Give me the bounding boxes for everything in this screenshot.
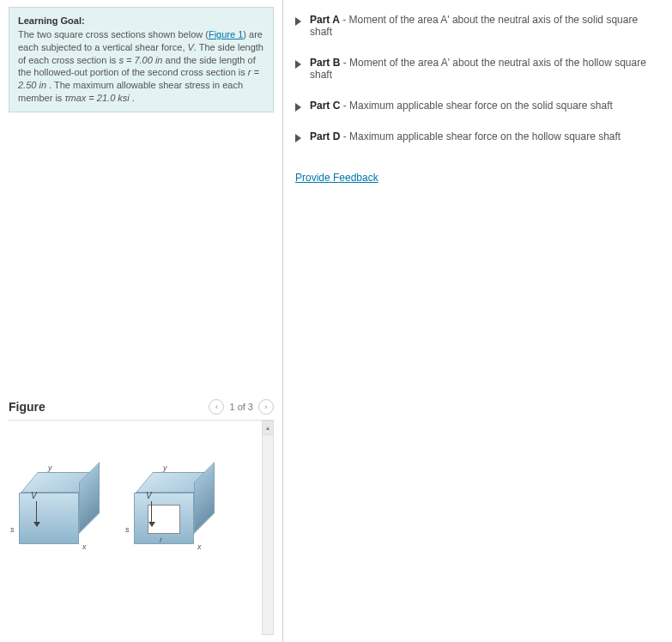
part-d-row[interactable]: Part D - Maximum applicable shear force …: [295, 125, 660, 156]
dim-s-label-2: s: [125, 525, 130, 534]
figure-pager: ‹ 1 of 3 ›: [209, 399, 274, 415]
expand-icon: [295, 17, 301, 26]
goal-var-tau: τmax = 21.0 ksi: [64, 93, 129, 103]
part-b-row[interactable]: Part B - Moment of the area A' about the…: [295, 51, 660, 94]
part-a-label: Part A: [310, 14, 340, 26]
axis-y-label: y: [48, 463, 52, 472]
part-d-desc: - Maximum applicable shear force on the …: [340, 130, 621, 142]
scroll-up-icon[interactable]: ▴: [263, 421, 273, 435]
force-arrow-head-2: [148, 522, 155, 527]
force-arrow-head: [33, 522, 40, 527]
part-c-label: Part C: [310, 100, 340, 112]
figure-body: y x s V y x: [9, 421, 274, 635]
expand-icon: [295, 103, 301, 112]
figure-header: Figure ‹ 1 of 3 ›: [9, 394, 274, 421]
part-d-label: Part D: [310, 130, 340, 142]
axis-x-label-2: x: [197, 542, 202, 551]
part-b-desc: - Moment of the area A' about the neutra…: [310, 57, 646, 81]
figure-title: Figure: [9, 400, 45, 414]
force-arrow-line-2: [151, 501, 152, 524]
part-a-desc: - Moment of the area A' about the neutra…: [310, 14, 638, 38]
goal-text-6: .: [130, 93, 135, 103]
part-c-desc: - Maximum applicable shear force on the …: [340, 100, 613, 112]
dim-r-label: r: [160, 536, 162, 544]
figure-prev-button[interactable]: ‹: [209, 399, 224, 415]
scroll-track[interactable]: [263, 435, 273, 634]
hollow-cube-diagram: y x s r V: [129, 463, 223, 558]
provide-feedback-link[interactable]: Provide Feedback: [295, 172, 378, 184]
figure-next-button[interactable]: ›: [258, 399, 274, 415]
figure-pager-text: 1 of 3: [229, 402, 253, 412]
expand-icon: [295, 134, 301, 142]
part-a-row[interactable]: Part A - Moment of the area A' about the…: [295, 9, 660, 51]
axis-x-label: x: [82, 542, 87, 551]
goal-var-V: V: [188, 42, 194, 52]
force-v-label: V: [31, 491, 37, 500]
goal-var-s: s = 7.00 in: [118, 55, 162, 65]
figure-link[interactable]: Figure 1: [209, 29, 243, 39]
solid-cube-diagram: y x s V: [14, 463, 108, 558]
learning-goal-box: Learning Goal: The two square cross sect…: [9, 7, 274, 112]
dim-s-label: s: [10, 525, 15, 534]
part-b-label: Part B: [310, 57, 340, 69]
expand-icon: [295, 60, 301, 69]
part-c-row[interactable]: Part C - Maximum applicable shear force …: [295, 94, 660, 125]
learning-goal-heading: Learning Goal:: [18, 15, 264, 27]
axis-y-label-2: y: [163, 463, 167, 472]
goal-text-1: The two square cross sections shown belo…: [18, 29, 209, 39]
force-arrow-line: [36, 501, 37, 524]
force-v-label-2: V: [146, 491, 152, 500]
figure-scrollbar[interactable]: ▴: [262, 421, 274, 635]
